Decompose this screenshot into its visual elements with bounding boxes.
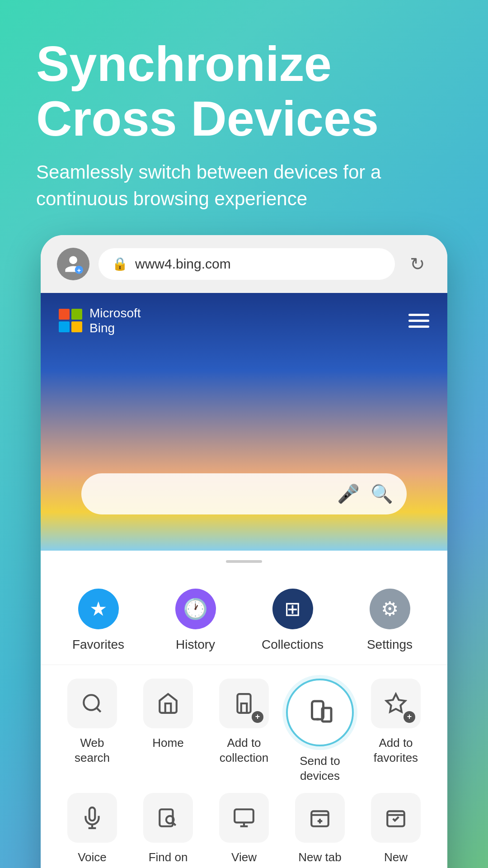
refresh-button[interactable]: ↻ <box>404 250 431 278</box>
svg-marker-8 <box>386 694 405 712</box>
home-label: Home <box>152 736 183 751</box>
collections-icon: ⊞ <box>272 589 313 629</box>
add-to-favorites-icon-box: + <box>371 679 421 728</box>
search-icon[interactable]: 🔍 <box>371 483 393 505</box>
menu-item-new-inprivate-tab[interactable]: NewInPrivatetab <box>358 793 434 868</box>
menu-grid: Websearch Home + Add toco <box>41 665 447 868</box>
add-badge: + <box>252 711 263 723</box>
browser-content: Microsoft Bing 🎤 🔍 <box>41 293 447 551</box>
send-to-devices-icon-box <box>286 679 354 746</box>
lock-icon: 🔒 <box>112 256 128 271</box>
view-desktop-site-label: Viewdesktopsite <box>223 850 264 868</box>
bing-search-box[interactable]: 🎤 🔍 <box>81 473 407 514</box>
quick-action-settings[interactable]: ⚙ Settings <box>354 589 426 652</box>
find-on-page-label: Find onpage <box>149 850 188 868</box>
menu-item-view-desktop-site[interactable]: Viewdesktopsite <box>206 793 282 868</box>
menu-item-add-to-favorites[interactable]: + Add tofavorites <box>358 679 434 784</box>
view-desktop-site-icon-box <box>219 793 269 843</box>
menu-item-web-search[interactable]: Websearch <box>54 679 130 784</box>
favorites-icon: ★ <box>78 589 119 629</box>
new-tab-icon-box <box>295 793 345 843</box>
main-title: Synchronize Cross Devices <box>36 36 452 146</box>
home-icon-box <box>143 679 193 728</box>
bottom-handle <box>41 551 447 572</box>
svg-rect-17 <box>311 811 328 826</box>
header-section: Synchronize Cross Devices Seamlessly swi… <box>0 0 488 235</box>
bing-title: Microsoft Bing <box>89 306 141 336</box>
bing-header: Microsoft Bing <box>41 293 447 349</box>
quick-action-favorites[interactable]: ★ Favorites <box>62 589 135 652</box>
url-text: www4.bing.com <box>135 256 231 272</box>
bing-squares <box>59 309 82 332</box>
voice-search-label: Voicesearch <box>75 850 110 868</box>
subtitle: Seamlessly switch between devices for a … <box>36 159 452 212</box>
bing-menu-icon[interactable] <box>408 314 429 328</box>
browser-mockup: + 🔒 www4.bing.com ↻ Microsoft Bing <box>41 235 447 868</box>
profile-icon[interactable]: + <box>57 248 89 280</box>
ms-square-yellow <box>71 321 82 332</box>
find-on-page-icon-box <box>143 793 193 843</box>
quick-action-collections[interactable]: ⊞ Collections <box>257 589 329 652</box>
menu-item-new-tab[interactable]: New tab <box>282 793 358 868</box>
ms-square-red <box>59 309 70 320</box>
add-fav-badge: + <box>404 711 415 723</box>
web-search-label: Websearch <box>75 736 110 766</box>
svg-line-3 <box>97 708 101 712</box>
voice-search-icon-box <box>67 793 117 843</box>
ms-square-blue <box>59 321 70 332</box>
collections-label: Collections <box>262 637 324 652</box>
menu-item-add-to-collection[interactable]: + Add tocollection <box>206 679 282 784</box>
menu-row-1: Websearch Home + Add toco <box>54 679 434 784</box>
svg-rect-14 <box>235 809 253 822</box>
menu-item-home[interactable]: Home <box>130 679 206 784</box>
quick-action-history[interactable]: 🕐 History <box>160 589 232 652</box>
bing-logo: Microsoft Bing <box>59 306 141 336</box>
history-label: History <box>176 637 215 652</box>
menu-item-find-on-page[interactable]: Find onpage <box>130 793 206 868</box>
menu-item-send-to-devices[interactable]: Send todevices <box>282 679 358 784</box>
add-to-collection-label: Add tocollection <box>220 736 268 766</box>
url-bar[interactable]: 🔒 www4.bing.com <box>99 248 395 280</box>
send-to-devices-label: Send todevices <box>300 754 340 784</box>
menu-item-voice-search[interactable]: Voicesearch <box>54 793 130 868</box>
favorites-label: Favorites <box>72 637 124 652</box>
settings-label: Settings <box>367 637 413 652</box>
new-inprivate-tab-label: NewInPrivatetab <box>373 850 419 868</box>
web-search-icon-box <box>67 679 117 728</box>
address-bar: + 🔒 www4.bing.com ↻ <box>41 235 447 293</box>
ms-square-green <box>71 309 82 320</box>
handle-bar <box>226 560 262 563</box>
new-tab-label: New tab <box>298 850 341 865</box>
add-to-collection-icon-box: + <box>219 679 269 728</box>
svg-text:+: + <box>77 267 81 274</box>
history-icon: 🕐 <box>175 589 216 629</box>
menu-row-2: Voicesearch Find onpage <box>54 793 434 868</box>
svg-point-2 <box>84 695 99 710</box>
settings-icon: ⚙ <box>370 589 410 629</box>
new-inprivate-tab-icon-box <box>371 793 421 843</box>
add-to-favorites-label: Add tofavorites <box>374 736 418 766</box>
mic-icon[interactable]: 🎤 <box>337 483 360 505</box>
quick-actions-row: ★ Favorites 🕐 History ⊞ Collections ⚙ Se… <box>41 572 447 665</box>
